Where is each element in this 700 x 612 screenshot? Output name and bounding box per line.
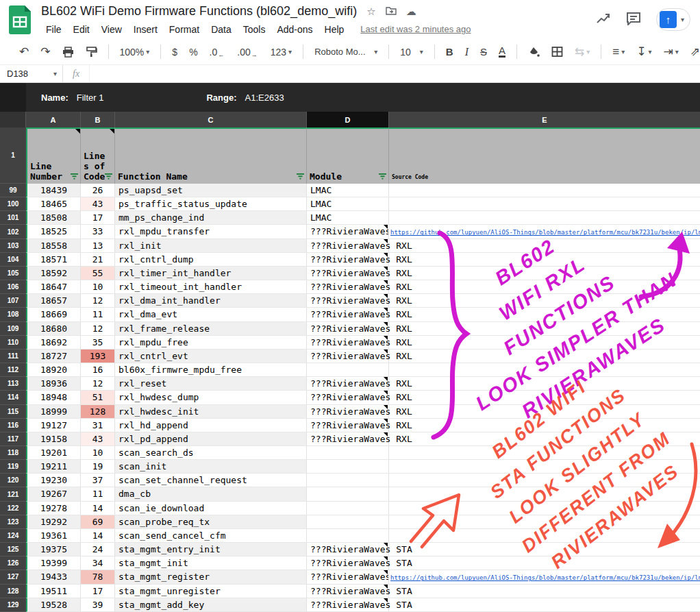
cell-lines-of-code[interactable]: 17 — [81, 585, 115, 598]
cell-module[interactable]: ???RivieraWaves RXL — [307, 239, 389, 253]
cell-function-name[interactable]: rxl_hd_append — [115, 419, 307, 432]
filter-icon[interactable] — [297, 173, 304, 180]
format-percent-button[interactable]: % — [185, 45, 201, 60]
cell-function-name[interactable]: scan_ie_download — [115, 502, 307, 515]
row-header[interactable]: 118 — [0, 446, 26, 460]
filter-icon[interactable] — [379, 173, 386, 180]
text-rotation-button[interactable]: ⇗▾ — [686, 42, 700, 61]
cell-line-number[interactable]: 19278 — [26, 502, 81, 515]
column-header-d[interactable]: D — [307, 112, 389, 127]
cell-source-code[interactable] — [389, 529, 700, 543]
row-header[interactable]: 102 — [0, 225, 26, 238]
cell-function-name[interactable]: rxl_pd_append — [115, 432, 307, 446]
row-header[interactable]: 127 — [0, 570, 26, 584]
cell-line-number[interactable]: 18439 — [26, 184, 81, 197]
row-header-1[interactable]: 1 — [0, 127, 26, 184]
cell-module[interactable]: ???RivieraWaves STA — [307, 543, 389, 556]
column-header-b[interactable]: B — [81, 112, 115, 127]
filter-icon[interactable] — [71, 173, 78, 180]
cell-module[interactable]: ???RivieraWaves RXL — [307, 432, 389, 446]
cell-module[interactable]: ???RivieraWaves RXL — [307, 267, 389, 280]
cell-line-number[interactable]: 19399 — [26, 556, 81, 570]
row-header[interactable]: 128 — [0, 585, 26, 598]
cell-function-name[interactable]: ps_traffic_status_update — [115, 197, 307, 211]
cell-source-code[interactable] — [389, 432, 700, 446]
cell-source-code[interactable] — [389, 197, 700, 211]
cell-line-number[interactable]: 19511 — [26, 585, 81, 598]
cell-lines-of-code[interactable]: 128 — [81, 405, 115, 419]
cell-lines-of-code[interactable]: 21 — [81, 253, 115, 267]
cell-line-number[interactable]: 18999 — [26, 405, 81, 419]
cell-source-code[interactable] — [389, 585, 700, 598]
row-header[interactable]: 110 — [0, 336, 26, 350]
paint-format-button[interactable] — [82, 45, 101, 60]
header-cell-module[interactable]: Module — [307, 127, 389, 184]
cell-module[interactable]: ???RivieraWaves RXL — [307, 322, 389, 336]
cell-module[interactable]: ???RivieraWaves RXL — [307, 405, 389, 419]
cell-source-code[interactable] — [389, 253, 700, 267]
row-header[interactable]: 112 — [0, 363, 26, 377]
cell-source-code[interactable] — [389, 556, 700, 570]
cell-module[interactable]: ???RivieraWaves STA — [307, 585, 389, 598]
cell-module[interactable] — [307, 474, 389, 487]
cell-lines-of-code[interactable]: 43 — [81, 432, 115, 446]
cell-source-code[interactable] — [389, 280, 700, 294]
cell-module[interactable]: ???RivieraWaves RXL — [307, 336, 389, 350]
cell-source-code[interactable] — [389, 239, 700, 253]
cloud-status-icon[interactable]: ☁ — [406, 5, 416, 18]
cell-function-name[interactable]: ps_uapsd_set — [115, 184, 307, 197]
move-to-folder-icon[interactable] — [386, 5, 397, 17]
cell-source-code[interactable] — [389, 515, 700, 529]
cell-function-name[interactable]: rxl_cntrl_evt — [115, 350, 307, 363]
cell-lines-of-code[interactable]: 12 — [81, 294, 115, 308]
cell-source-code[interactable] — [389, 474, 700, 487]
cell-lines-of-code[interactable]: 33 — [81, 225, 115, 238]
zoom-select[interactable]: 100%▾ — [116, 45, 154, 60]
row-header[interactable]: 126 — [0, 556, 26, 570]
font-family-select[interactable]: Roboto Mo...▾ — [310, 45, 382, 59]
cell-line-number[interactable]: 19292 — [26, 515, 81, 529]
cell-lines-of-code[interactable]: 51 — [81, 391, 115, 404]
cell-function-name[interactable]: sta_mgmt_unregister — [115, 585, 307, 598]
cell-function-name[interactable]: rxl_frame_release — [115, 322, 307, 336]
cell-source-code[interactable] — [389, 487, 700, 501]
cell-line-number[interactable]: 18647 — [26, 280, 81, 294]
header-cell-lines-of-code[interactable]: Lines of Code — [81, 127, 115, 184]
cell-function-name[interactable]: rxl_cntrl_dump — [115, 253, 307, 267]
cell-source-code[interactable] — [389, 336, 700, 350]
cell-source-code[interactable] — [389, 308, 700, 321]
cell-line-number[interactable]: 18680 — [26, 322, 81, 336]
cell-lines-of-code[interactable]: 13 — [81, 239, 115, 253]
cell-module[interactable]: LMAC — [307, 197, 389, 211]
sheets-logo-icon[interactable] — [8, 5, 32, 35]
row-header[interactable]: 111 — [0, 350, 26, 363]
decrease-decimal-button[interactable]: .0← — [205, 45, 230, 60]
cell-lines-of-code[interactable]: 19 — [81, 460, 115, 474]
row-header[interactable]: 116 — [0, 419, 26, 432]
cell-source-code[interactable] — [389, 350, 700, 363]
header-cell-source-code[interactable]: Source Code — [389, 127, 700, 184]
cell-module[interactable]: ???RivieraWaves RXL — [307, 350, 389, 363]
font-size-select[interactable]: 10▾ — [396, 45, 427, 60]
row-header[interactable]: 113 — [0, 377, 26, 391]
menu-edit[interactable]: Edit — [68, 23, 95, 36]
cell-function-name[interactable]: scan_send_cancel_cfm — [115, 529, 307, 543]
cell-source-code[interactable]: https://github.com/lupyuen/AliOS-Things/… — [389, 225, 700, 238]
cell-module[interactable] — [307, 487, 389, 501]
row-header[interactable]: 129 — [0, 598, 26, 612]
cell-source-code[interactable] — [389, 363, 700, 377]
cell-module[interactable]: LMAC — [307, 184, 389, 197]
cell-line-number[interactable]: 18571 — [26, 253, 81, 267]
cell-line-number[interactable]: 18508 — [26, 211, 81, 225]
cell-source-code[interactable] — [389, 391, 700, 404]
cell-lines-of-code[interactable]: 12 — [81, 322, 115, 336]
menu-data[interactable]: Data — [206, 23, 236, 36]
cell-lines-of-code[interactable]: 14 — [81, 529, 115, 543]
cell-module[interactable]: ???RivieraWaves RXL — [307, 294, 389, 308]
cell-lines-of-code[interactable]: 10 — [81, 280, 115, 294]
cell-function-name[interactable]: rxl_reset — [115, 377, 307, 391]
cell-module[interactable] — [307, 446, 389, 460]
text-wrap-button[interactable]: ⇥▾ — [660, 42, 683, 61]
cell-line-number[interactable]: 18948 — [26, 391, 81, 404]
increase-decimal-button[interactable]: .00→ — [233, 45, 262, 60]
